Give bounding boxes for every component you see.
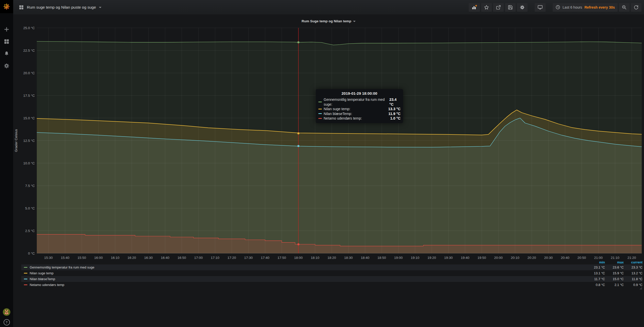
refresh-button[interactable] <box>631 3 641 12</box>
svg-text:19:20: 19:20 <box>427 256 436 260</box>
svg-text:21:10: 21:10 <box>611 256 619 260</box>
time-series-chart[interactable]: 0 °C2.5 °C5.0 °C7.5 °C10.0 °C12.5 °C15.0… <box>13 26 644 260</box>
sidebar: ? <box>0 0 13 327</box>
svg-text:15.0 °C: 15.0 °C <box>23 116 35 120</box>
svg-text:16:00: 16:00 <box>94 256 103 260</box>
panel-resize-handle[interactable] <box>639 286 642 290</box>
grafana-app: ? Rum suge temp og Nilan puste og suge <box>0 0 644 327</box>
legend-header-max[interactable]: max <box>605 260 624 264</box>
star-button[interactable] <box>481 3 492 12</box>
panel-title-menu[interactable]: Rum Suge temp og Nilan temp <box>302 19 356 23</box>
save-button[interactable] <box>505 3 516 12</box>
svg-text:20:10: 20:10 <box>511 256 519 260</box>
legend-header-current[interactable]: current <box>624 260 642 264</box>
svg-text:18:10: 18:10 <box>311 256 319 260</box>
add-panel-button[interactable] <box>469 3 480 12</box>
grafana-logo-icon[interactable] <box>0 0 13 13</box>
svg-text:18:20: 18:20 <box>327 256 336 260</box>
legend-min-value: 0.8 °C <box>586 283 605 287</box>
svg-text:16:50: 16:50 <box>178 256 186 260</box>
legend-row: Gennemsnitlig temperatur fra rum med sug… <box>21 264 642 270</box>
svg-text:15:40: 15:40 <box>61 256 69 260</box>
legend-row: Nilan blæseTemp 11.7 °C15.0 °C11.8 °C <box>21 276 642 282</box>
series-color-dash <box>318 118 322 119</box>
svg-text:15:30: 15:30 <box>44 256 53 260</box>
svg-text:15:50: 15:50 <box>78 256 86 260</box>
tooltip-label: Nilan suge temp: <box>324 107 350 111</box>
tooltip-row: Netamo udendørs temp: 1.0 °C <box>318 116 401 121</box>
panel-legend: min max current Gennemsnitlig temperatur… <box>21 260 642 288</box>
panel-settings-button[interactable] <box>517 3 528 12</box>
tooltip-label: Gennemsnitlig temperatur fra rum med sug… <box>324 97 388 107</box>
svg-text:17.5 °C: 17.5 °C <box>23 94 35 98</box>
cycle-view-mode-button[interactable] <box>535 3 546 12</box>
panel-title: Rum Suge temp og Nilan temp <box>302 19 351 23</box>
svg-text:20:30: 20:30 <box>544 256 553 260</box>
series-color-dash <box>318 102 322 102</box>
svg-text:16:30: 16:30 <box>144 256 153 260</box>
legend-min-value: 11.7 °C <box>586 277 605 281</box>
legend-max-value: 23.6 °C <box>605 265 624 269</box>
legend-header-min[interactable]: min <box>586 260 605 264</box>
svg-text:17:20: 17:20 <box>228 256 236 260</box>
tooltip-value: 13.3 °C <box>388 107 401 111</box>
svg-text:22.5 °C: 22.5 °C <box>23 49 35 52</box>
tooltip-label: Nilan blæseTemp: <box>324 111 352 116</box>
svg-text:12.5 °C: 12.5 °C <box>23 139 35 143</box>
svg-text:16:10: 16:10 <box>111 256 119 260</box>
tooltip-row: Nilan suge temp: 13.3 °C <box>318 107 401 111</box>
legend-max-value: 15.9 °C <box>605 271 624 275</box>
dashboard-picker[interactable]: Rum suge temp og Nilan puste og suge <box>19 5 101 10</box>
svg-text:19:50: 19:50 <box>477 256 486 260</box>
tooltip-value: 1.0 °C <box>390 116 401 121</box>
tooltip-timestamp: 2019-01-29 18:00:00 <box>318 91 401 95</box>
legend-series-label[interactable]: Gennemsnitlig temperatur fra rum med sug… <box>30 265 94 269</box>
svg-text:18:40: 18:40 <box>361 256 369 260</box>
top-navbar: Rum suge temp og Nilan puste og suge <box>13 0 644 14</box>
svg-text:20:00: 20:00 <box>494 256 503 260</box>
svg-text:17:30: 17:30 <box>244 256 253 260</box>
svg-text:17:10: 17:10 <box>211 256 219 260</box>
series-color-swatch[interactable] <box>24 279 27 279</box>
sidebar-item-configuration[interactable] <box>4 63 10 69</box>
chart-tooltip: 2019-01-29 18:00:00 Gennemsnitlig temper… <box>316 89 403 123</box>
svg-text:25.0 °C: 25.0 °C <box>23 26 35 30</box>
share-button[interactable] <box>493 3 504 12</box>
legend-series-label[interactable]: Nilan suge temp <box>30 271 54 275</box>
legend-series-label[interactable]: Netamo udendørs temp <box>30 283 64 287</box>
dashboard-grid-icon <box>19 5 24 10</box>
series-color-dash <box>318 109 322 109</box>
legend-current-value: 13.2 °C <box>624 271 642 275</box>
svg-text:19:00: 19:00 <box>394 256 403 260</box>
svg-text:16:40: 16:40 <box>161 256 169 260</box>
svg-text:20:40: 20:40 <box>561 256 569 260</box>
user-avatar[interactable] <box>3 308 10 316</box>
series-color-swatch[interactable] <box>24 284 27 285</box>
svg-text:18:50: 18:50 <box>377 256 386 260</box>
svg-text:16:20: 16:20 <box>128 256 136 260</box>
time-picker-button[interactable]: Last 6 hours Refresh every 30s <box>553 3 618 12</box>
tooltip-row: Nilan blæseTemp: 11.9 °C <box>318 111 401 116</box>
legend-series-label[interactable]: Nilan blæseTemp <box>30 277 55 281</box>
svg-text:19:30: 19:30 <box>444 256 453 260</box>
tooltip-row: Gennemsnitlig temperatur fra rum med sug… <box>318 97 401 107</box>
help-icon[interactable]: ? <box>4 319 10 325</box>
chevron-down-icon <box>99 7 101 8</box>
legend-header-row: min max current <box>21 260 642 264</box>
svg-text:18:00: 18:00 <box>294 256 303 260</box>
sidebar-item-alerting[interactable] <box>4 51 10 57</box>
series-color-swatch[interactable] <box>24 273 27 274</box>
sidebar-item-dashboards[interactable] <box>4 39 10 45</box>
zoom-out-button[interactable] <box>619 3 630 12</box>
sidebar-item-create[interactable] <box>4 26 10 32</box>
legend-min-value: 13.1 °C <box>586 271 605 275</box>
svg-text:18:30: 18:30 <box>344 256 353 260</box>
legend-max-value: 15.0 °C <box>605 277 624 281</box>
svg-text:21:20: 21:20 <box>628 256 636 260</box>
svg-text:2.5 °C: 2.5 °C <box>25 229 35 233</box>
tooltip-value: 11.9 °C <box>388 111 401 116</box>
svg-text:0 °C: 0 °C <box>28 252 35 255</box>
svg-text:17:40: 17:40 <box>261 256 269 260</box>
sidebar-menu <box>0 26 13 69</box>
series-color-swatch[interactable] <box>24 267 27 268</box>
